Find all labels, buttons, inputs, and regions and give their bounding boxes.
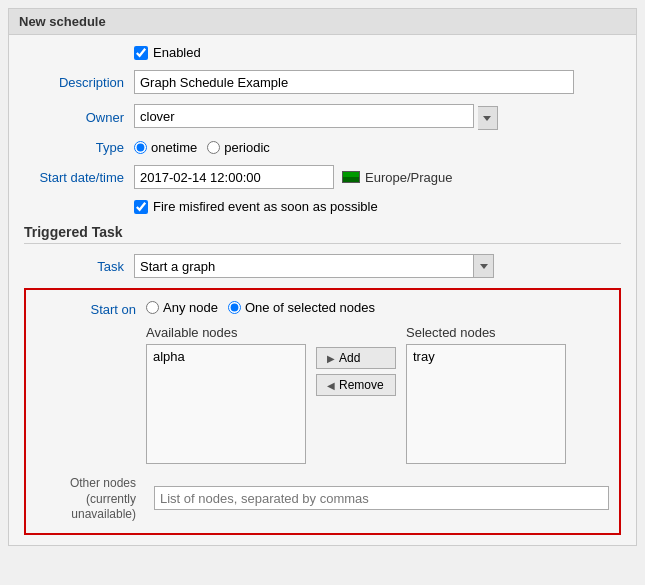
chevron-down-icon: [480, 264, 488, 269]
task-label: Task: [24, 259, 134, 274]
start-on-row: Start on Any node One of selected nodes: [36, 300, 609, 317]
start-on-label: Start on: [36, 300, 146, 317]
type-periodic-label: periodic: [224, 140, 270, 155]
other-nodes-input[interactable]: [154, 486, 609, 510]
triggered-task-section: Triggered Task Task Start a graph: [24, 224, 621, 535]
owner-dropdown-arrow[interactable]: [478, 106, 498, 130]
type-label: Type: [24, 140, 134, 155]
task-select-wrapper: Start a graph: [134, 254, 494, 278]
fire-misfired-row: Fire misfired event as soon as possible: [134, 199, 621, 214]
description-input[interactable]: [134, 70, 574, 94]
other-nodes-row: Other nodes (currently unavailable): [36, 474, 609, 523]
transfer-buttons: ▶ Add ◀ Remove: [306, 347, 406, 396]
type-periodic-option: periodic: [207, 140, 270, 155]
chevron-down-icon: [483, 116, 491, 121]
owner-select[interactable]: clover: [134, 104, 474, 128]
enabled-row: Enabled: [134, 45, 621, 60]
task-select[interactable]: Start a graph: [134, 254, 474, 278]
available-nodes-label: Available nodes: [146, 325, 306, 340]
list-item[interactable]: tray: [410, 348, 562, 365]
enabled-checkbox[interactable]: [134, 46, 148, 60]
type-periodic-radio[interactable]: [207, 141, 220, 154]
owner-control: clover: [134, 104, 621, 130]
nodes-container: Available nodes alpha ▶ Add ◀ R: [36, 325, 609, 464]
triggered-task-title: Triggered Task: [24, 224, 621, 244]
type-onetime-radio[interactable]: [134, 141, 147, 154]
any-node-option: Any node: [146, 300, 218, 315]
start-datetime-control: Europe/Prague: [134, 165, 621, 189]
add-label: Add: [339, 351, 360, 365]
type-onetime-label: onetime: [151, 140, 197, 155]
arrow-left-icon: ◀: [327, 380, 335, 391]
selected-nodes-option: One of selected nodes: [228, 300, 375, 315]
description-row: Description: [24, 70, 621, 94]
timezone-flag-icon: [342, 171, 360, 183]
remove-button[interactable]: ◀ Remove: [316, 374, 396, 396]
type-row: Type onetime periodic: [24, 140, 621, 155]
task-dropdown-arrow[interactable]: [474, 254, 494, 278]
panel-body: Enabled Description Owner clover T: [9, 35, 636, 545]
new-schedule-panel: New schedule Enabled Description Owner c…: [8, 8, 637, 546]
selected-nodes-radio-label: One of selected nodes: [245, 300, 375, 315]
fire-misfired-label: Fire misfired event as soon as possible: [153, 199, 378, 214]
panel-title-text: New schedule: [19, 14, 106, 29]
available-nodes-col: Available nodes alpha: [146, 325, 306, 464]
panel-title: New schedule: [9, 9, 636, 35]
any-node-radio[interactable]: [146, 301, 159, 314]
add-button[interactable]: ▶ Add: [316, 347, 396, 369]
selected-nodes-list[interactable]: tray: [406, 344, 566, 464]
start-on-control: Any node One of selected nodes: [146, 300, 609, 315]
task-control: Start a graph: [134, 254, 621, 278]
start-on-section: Start on Any node One of selected nodes: [24, 288, 621, 535]
task-row: Task Start a graph: [24, 254, 621, 278]
timezone-label: Europe/Prague: [365, 170, 452, 185]
list-item[interactable]: alpha: [150, 348, 302, 365]
type-control: onetime periodic: [134, 140, 621, 155]
owner-label: Owner: [24, 110, 134, 125]
enabled-label: Enabled: [153, 45, 201, 60]
type-onetime-option: onetime: [134, 140, 197, 155]
owner-select-wrapper: clover: [134, 104, 498, 130]
fire-misfired-checkbox[interactable]: [134, 200, 148, 214]
available-nodes-list[interactable]: alpha: [146, 344, 306, 464]
description-control: [134, 70, 621, 94]
selected-nodes-radio[interactable]: [228, 301, 241, 314]
other-nodes-label: Other nodes (currently unavailable): [36, 474, 146, 523]
any-node-label: Any node: [163, 300, 218, 315]
start-datetime-row: Start date/time Europe/Prague: [24, 165, 621, 189]
start-datetime-input[interactable]: [134, 165, 334, 189]
description-label: Description: [24, 75, 134, 90]
owner-row: Owner clover: [24, 104, 621, 130]
selected-nodes-label: Selected nodes: [406, 325, 566, 340]
remove-label: Remove: [339, 378, 384, 392]
start-datetime-label: Start date/time: [24, 170, 134, 185]
arrow-right-icon: ▶: [327, 353, 335, 364]
timezone-button[interactable]: Europe/Prague: [342, 170, 452, 185]
selected-nodes-col: Selected nodes tray: [406, 325, 566, 464]
